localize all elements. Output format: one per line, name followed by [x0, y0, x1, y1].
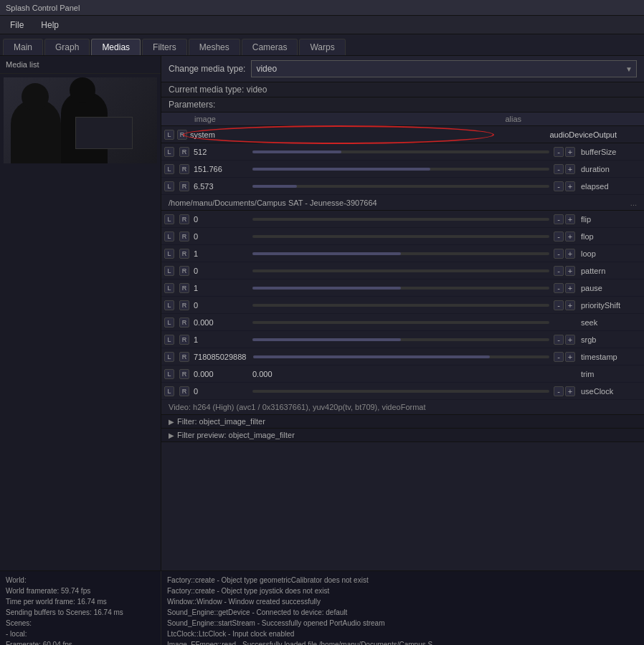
param-seek-l-btn[interactable]: L: [164, 317, 174, 328]
param-flop-l-btn[interactable]: L: [164, 231, 174, 242]
param-seek-r-btn[interactable]: R: [179, 317, 189, 328]
tab-meshes[interactable]: Meshes: [189, 39, 240, 55]
param-pause-l-btn[interactable]: L: [164, 283, 174, 293]
param-flip-slider[interactable]: [252, 218, 549, 221]
param-bufferSize-plus[interactable]: +: [565, 147, 575, 157]
system-value: system: [187, 130, 245, 140]
param-pause-plus[interactable]: +: [565, 283, 575, 293]
param-loop-r-btn[interactable]: R: [179, 249, 189, 259]
param-priorityShift-plus[interactable]: +: [565, 300, 575, 310]
tab-main[interactable]: Main: [3, 39, 43, 55]
param-timestamp-slider[interactable]: [253, 355, 549, 358]
filepath-ellipsis: ...: [630, 199, 637, 207]
param-flip-minus[interactable]: -: [554, 214, 564, 224]
param-flip-plus[interactable]: +: [565, 214, 575, 224]
param-pause-slider[interactable]: [252, 287, 549, 290]
param-elapsed-plus[interactable]: +: [565, 181, 575, 191]
param-flop-minus[interactable]: -: [554, 231, 564, 242]
param-priorityShift-slider[interactable]: [252, 304, 549, 307]
param-priorityShift-minus[interactable]: -: [554, 300, 564, 310]
param-elapsed-r-btn[interactable]: R: [179, 181, 189, 191]
param-pattern-l-btn[interactable]: L: [164, 266, 174, 276]
right-log-line: Sound_Engine::getDevice - Connected to d…: [167, 607, 638, 618]
param-priorityShift-l-btn[interactable]: L: [164, 300, 174, 310]
param-timestamp-minus[interactable]: -: [554, 352, 564, 362]
param-srgb-plus[interactable]: +: [565, 335, 575, 345]
filter2-row[interactable]: ▶ Filter preview: object_image_filter: [161, 429, 644, 442]
param-seek-slider[interactable]: [252, 321, 549, 324]
param-bufferSize-slider[interactable]: [252, 150, 549, 153]
param-useClock-slider[interactable]: [252, 390, 549, 393]
right-log-line: LtcClock::LtcClock - Input clock enabled: [167, 629, 638, 639]
param-flip-label: flip: [577, 215, 641, 224]
param-trim-l-btn[interactable]: L: [164, 369, 174, 379]
menubar: File Help: [0, 16, 644, 34]
filter1-label: Filter: object_image_filter: [177, 417, 265, 426]
param-pattern-value: 0: [191, 266, 248, 276]
param-duration-slider[interactable]: [252, 168, 549, 171]
param-timestamp-r-btn[interactable]: R: [179, 352, 189, 362]
param-flop-plus[interactable]: +: [565, 231, 575, 242]
param-duration-plus[interactable]: +: [565, 164, 575, 174]
system-r-btn[interactable]: R: [177, 130, 187, 140]
param-row-duration: L R 151.766 - + duration: [161, 161, 644, 178]
filter1-row[interactable]: ▶ Filter: object_image_filter: [161, 415, 644, 429]
tab-graph[interactable]: Graph: [44, 39, 90, 55]
param-srgb-minus[interactable]: -: [554, 335, 564, 345]
param-useClock-minus[interactable]: -: [554, 386, 564, 396]
param-loop-slider[interactable]: [252, 252, 549, 255]
param-pause-r-btn[interactable]: R: [179, 283, 189, 293]
right-log-line: Factory::create - Object type joystick d…: [167, 586, 638, 596]
param-flip-l-btn[interactable]: L: [164, 214, 174, 224]
tab-filters[interactable]: Filters: [142, 39, 187, 55]
param-timestamp-plus[interactable]: +: [565, 352, 575, 362]
param-timestamp-l-btn[interactable]: L: [164, 352, 174, 362]
params-group1: L R 512 - + bufferSize L R 151.766 - + d…: [161, 143, 644, 195]
tab-warps[interactable]: Warps: [299, 39, 345, 55]
param-useClock-plus[interactable]: +: [565, 386, 575, 396]
media-type-select[interactable]: video image audio: [251, 60, 637, 77]
param-elapsed-slider[interactable]: [252, 185, 549, 188]
param-pattern-minus[interactable]: -: [554, 266, 564, 276]
param-srgb-r-btn[interactable]: R: [179, 335, 189, 345]
param-srgb-slider[interactable]: [252, 338, 549, 341]
param-bufferSize-l-btn[interactable]: L: [164, 147, 174, 157]
media-type-select-wrapper: video image audio ▼: [251, 60, 637, 77]
tab-cameras[interactable]: Cameras: [242, 39, 298, 55]
param-row-flip: L R 0 - + flip: [161, 211, 644, 228]
param-duration-minus[interactable]: -: [554, 164, 564, 174]
param-flop-slider[interactable]: [252, 235, 549, 238]
param-pattern-r-btn[interactable]: R: [179, 266, 189, 276]
param-duration-l-btn[interactable]: L: [164, 164, 174, 174]
param-srgb-value: 1: [191, 335, 248, 345]
menu-file[interactable]: File: [3, 19, 31, 32]
param-priorityShift-r-btn[interactable]: R: [179, 300, 189, 310]
system-l-btn[interactable]: L: [164, 130, 174, 140]
param-row-timestamp: L R 718085029888 - + timestamp: [161, 348, 644, 366]
param-srgb-l-btn[interactable]: L: [164, 335, 174, 345]
param-loop-minus[interactable]: -: [554, 249, 564, 259]
param-useClock-r-btn[interactable]: R: [179, 386, 189, 396]
param-trim-r-btn[interactable]: R: [179, 369, 189, 379]
param-elapsed-minus[interactable]: -: [554, 181, 564, 191]
param-bufferSize-r-btn[interactable]: R: [179, 147, 189, 157]
param-elapsed-l-btn[interactable]: L: [164, 181, 174, 191]
param-flip-r-btn[interactable]: R: [179, 214, 189, 224]
param-loop-plus[interactable]: +: [565, 249, 575, 259]
param-elapsed-label: elapsed: [577, 182, 641, 191]
param-flop-r-btn[interactable]: R: [179, 231, 189, 242]
tab-medias[interactable]: Medias: [91, 39, 141, 55]
param-useClock-label: useClock: [577, 387, 641, 396]
param-pause-minus[interactable]: -: [554, 283, 564, 293]
param-loop-l-btn[interactable]: L: [164, 249, 174, 259]
param-pattern-slider[interactable]: [252, 269, 549, 272]
param-pattern-plus[interactable]: +: [565, 266, 575, 276]
param-useClock-l-btn[interactable]: L: [164, 386, 174, 396]
left-log: World:World framerate: 59.74 fpsTime per…: [0, 571, 161, 645]
param-duration-r-btn[interactable]: R: [179, 164, 189, 174]
navtabs: Main Graph Medias Filters Meshes Cameras…: [0, 34, 644, 56]
left-log-line: - local:: [6, 629, 155, 639]
param-pause-label: pause: [577, 284, 641, 292]
menu-help[interactable]: Help: [34, 19, 66, 32]
param-bufferSize-minus[interactable]: -: [554, 147, 564, 157]
